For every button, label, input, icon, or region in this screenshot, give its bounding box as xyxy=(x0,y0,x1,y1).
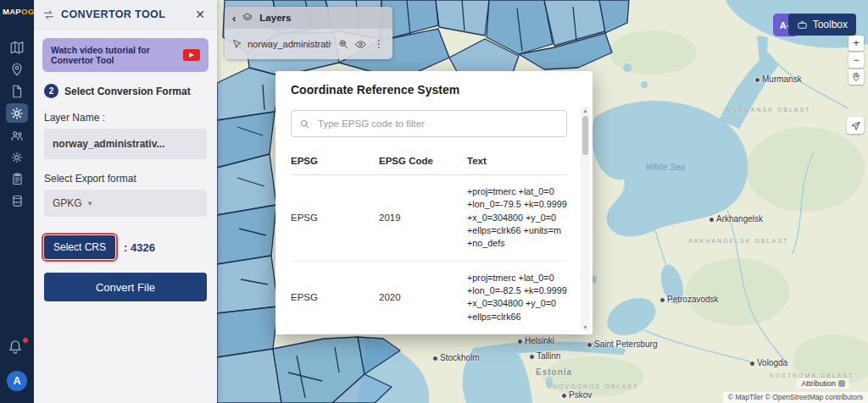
magnifier-plus-icon xyxy=(337,38,349,50)
rail-item-report[interactable] xyxy=(6,169,28,189)
crs-table: EPSG EPSG Code Text EPSG 2019 +proj=tmer… xyxy=(291,146,567,334)
layers-icon xyxy=(10,194,25,208)
layer-name-field[interactable]: norway_administrativ... xyxy=(44,129,207,159)
pin-tool-button[interactable] xyxy=(849,69,864,85)
zoom-to-layer-button[interactable] xyxy=(337,38,349,51)
modal-title: Coordinate Reference System xyxy=(275,71,593,103)
col-epsg: EPSG xyxy=(291,156,379,166)
row-code: 2020 xyxy=(379,292,467,302)
col-text: Text xyxy=(467,156,567,166)
scroll-down-icon[interactable]: ▼ xyxy=(581,324,590,330)
notifications-button[interactable] xyxy=(7,339,27,359)
layer-list-item[interactable]: norway_administrative_b... ⋮ xyxy=(225,29,392,59)
layers-stack-icon xyxy=(242,12,253,24)
toolbox-button[interactable]: Toolbox xyxy=(788,14,856,36)
layer-item-name: norway_administrative_b... xyxy=(248,39,331,49)
app-root: Murmansk Arkhangelsk Petrozavodsk Helsin… xyxy=(0,0,868,403)
modal-scrollbar[interactable]: ▲ ▼ xyxy=(581,107,590,331)
tutorial-text: Watch video tutorial for Convertor Tool xyxy=(51,45,180,65)
layer-name-label: Layer Name : xyxy=(44,112,207,124)
layers-panel-title: Layers xyxy=(259,13,291,23)
convert-arrows-icon xyxy=(42,8,55,21)
convertor-tool-panel: CONVERTOR TOOL ✕ Watch video tutorial fo… xyxy=(34,0,217,403)
rail-item-file[interactable] xyxy=(6,81,28,101)
eye-icon xyxy=(354,38,367,51)
attribution-label: Attribution xyxy=(801,379,836,388)
location-icon xyxy=(9,62,25,77)
maptiler-logo-icon xyxy=(838,380,845,387)
epsg-search-box xyxy=(291,110,567,137)
bell-icon xyxy=(7,339,24,356)
notification-dot xyxy=(23,338,28,343)
panel-header: CONVERTOR TOOL ✕ xyxy=(34,0,217,30)
step-number-badge: 2 xyxy=(44,84,58,98)
crs-modal: Coordinate Reference System EPSG EPSG Co… xyxy=(275,71,593,334)
avatar[interactable]: A xyxy=(7,371,27,391)
icon-rail: A xyxy=(0,0,34,403)
row-authority: EPSG xyxy=(291,213,379,223)
locate-button[interactable] xyxy=(847,117,864,134)
export-format-value: GPKG xyxy=(53,197,82,209)
epsg-search-input[interactable] xyxy=(316,118,559,130)
layers-panel-header: ‹ Layers xyxy=(225,7,392,29)
row-proj-text: +proj=tmerc +lat_0=0 +lon_0=-79.5 +k=0.9… xyxy=(467,185,567,251)
paper-plane-icon xyxy=(850,120,861,131)
video-tutorial-banner[interactable]: Watch video tutorial for Convertor Tool xyxy=(42,38,209,72)
chevron-down-icon: ▾ xyxy=(88,199,92,207)
toolbox-label: Toolbox xyxy=(813,19,848,30)
report-icon xyxy=(10,172,25,186)
row-proj-text: +proj=tmerc +lat_0=0 +lon_0=-82.5 +k=0.9… xyxy=(467,272,567,323)
rail-item-location[interactable] xyxy=(6,59,28,79)
briefcase-icon xyxy=(797,19,808,30)
crs-table-row[interactable]: EPSG 2019 +proj=tmerc +lat_0=0 +lon_0=-7… xyxy=(291,175,567,262)
youtube-icon xyxy=(183,49,200,61)
rail-item-settings[interactable] xyxy=(6,147,28,167)
back-chevron-icon[interactable]: ‹ xyxy=(232,13,236,24)
search-icon xyxy=(299,119,310,130)
brand-logo: MAPOG xyxy=(3,7,34,16)
convert-file-button[interactable]: Convert File xyxy=(44,273,207,301)
scrollbar-thumb[interactable] xyxy=(582,116,588,155)
rail-item-team[interactable] xyxy=(6,125,28,145)
selected-crs-value: : 4326 xyxy=(124,241,155,254)
map-attribution[interactable]: © MapTiler © OpenStreetMap contributors xyxy=(723,392,868,403)
export-format-dropdown[interactable]: GPKG ▾ xyxy=(44,190,207,217)
rail-item-convert[interactable] xyxy=(6,103,28,123)
export-format-label: Select Export format xyxy=(44,173,207,185)
settings-icon xyxy=(10,151,24,164)
rail-item-layers[interactable] xyxy=(6,191,28,211)
rail-item-map[interactable] xyxy=(6,37,28,57)
attribution-toggle[interactable]: Attribution xyxy=(797,378,849,389)
row-authority: EPSG xyxy=(291,292,379,302)
scroll-up-icon[interactable]: ▲ xyxy=(581,108,590,113)
panel-title: CONVERTOR TOOL xyxy=(61,8,192,20)
cursor-icon xyxy=(231,39,242,50)
zoom-out-button[interactable]: − xyxy=(849,52,864,68)
col-epsg-code: EPSG Code xyxy=(379,156,467,166)
file-icon xyxy=(9,84,25,99)
map-icon xyxy=(9,40,25,55)
crs-table-row[interactable]: EPSG 2020 +proj=tmerc +lat_0=0 +lon_0=-8… xyxy=(291,262,567,334)
convert-icon xyxy=(9,106,25,121)
layers-panel: ‹ Layers norway_administrative_b... ⋮ xyxy=(225,7,392,59)
select-crs-button[interactable]: Select CRS xyxy=(44,235,115,259)
team-icon xyxy=(9,128,25,143)
crs-row: Select CRS : 4326 xyxy=(44,235,207,259)
pin-icon xyxy=(851,72,861,82)
zoom-in-button[interactable]: + xyxy=(849,36,864,51)
crs-table-header: EPSG EPSG Code Text xyxy=(291,146,567,175)
row-code: 2019 xyxy=(379,213,467,223)
close-icon[interactable]: ✕ xyxy=(192,6,209,23)
layer-menu-button[interactable]: ⋮ xyxy=(372,38,386,50)
layer-visibility-button[interactable] xyxy=(354,38,367,51)
step-title: Select Conversion Format xyxy=(64,86,191,97)
map-zoom-controls: + − xyxy=(849,36,864,85)
step-indicator: 2 Select Conversion Format xyxy=(44,84,207,98)
